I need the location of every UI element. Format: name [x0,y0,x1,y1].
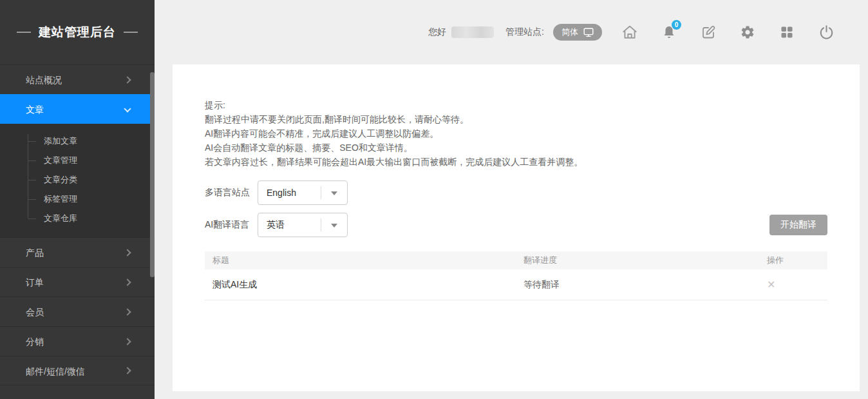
power-icon [818,24,835,41]
row-title: 测试AI生成 [205,279,524,291]
submenu-item-label: 文章分类 [44,175,77,184]
sidebar-item-email-sms-wechat[interactable]: 邮件/短信/微信 [0,356,155,385]
translation-table: 标题 翻译进度 操作 测试AI生成 等待翻译 ✕ [205,251,827,300]
tips-block: 提示: 翻译过程中请不要关闭此页面,翻译时间可能比较长，请耐心等待。 AI翻译内… [205,98,827,169]
select-divider [321,219,321,231]
chevron-right-icon [124,76,131,83]
site-language-label: 简体 [561,26,578,38]
chevron-right-icon [124,308,131,315]
brand-dash-left [17,32,31,33]
tips-line: 翻译过程中请不要关闭此页面,翻译时间可能比较长，请耐心等待。 [205,112,827,126]
multilingual-site-label: 多语言站点 [205,187,258,199]
submenu-item-label: 标签管理 [44,194,77,204]
sidebar-item-label: 会员 [26,307,44,317]
apps-button[interactable] [778,24,795,41]
sidebar-item-label: 订单 [26,277,44,287]
header-icon-group: 0 [621,24,835,41]
submenu-item-article-management[interactable]: 文章管理 [0,151,155,170]
sidebar-item-label: 文章 [26,104,44,115]
ai-language-value: 英语 [267,219,285,231]
ai-language-label: AI翻译语言 [205,219,258,231]
select-divider [321,186,321,199]
caret-down-icon [331,224,337,228]
chevron-right-icon [124,338,131,345]
brand-dash-right [124,32,138,33]
caret-down-icon [331,191,337,195]
edit-button[interactable] [700,24,717,41]
logout-button[interactable] [818,24,835,41]
sidebar-item-site-overview[interactable]: 站点概况 [0,64,155,94]
submenu-item-article-categories[interactable]: 文章分类 [0,170,155,190]
sidebar-item-articles[interactable]: 文章 [0,94,155,124]
delete-x-icon[interactable]: ✕ [767,279,775,290]
tips-heading: 提示: [205,98,827,112]
tips-line: AI会自动翻译文章的标题、摘要、SEO和文章详情。 [205,141,827,155]
submenu-item-label: 文章管理 [44,155,77,165]
articles-submenu: 添加文章 文章管理 文章分类 标签管理 文章仓库 [0,124,155,237]
ai-language-select[interactable]: 英语 [258,213,348,237]
ai-language-row: AI翻译语言 英语 [205,213,827,237]
row-progress: 等待翻译 [524,279,762,291]
tips-line: 若文章内容过长，翻译结果可能会超出AI最大输出窗口而被截断，完成后建议人工查看并… [205,155,827,169]
submenu-item-tag-management[interactable]: 标签管理 [0,190,155,209]
multilingual-site-select[interactable]: English [258,180,348,205]
sidebar-item-members[interactable]: 会员 [0,297,155,326]
start-translation-button[interactable]: 开始翻译 [769,215,827,235]
manage-site-label: 管理站点: [505,26,544,38]
app-title: 建站管理后台 [39,24,116,41]
submenu-item-label: 添加文章 [44,136,77,146]
sidebar-scrollbar-thumb[interactable] [150,72,155,277]
sidebar-item-distribution[interactable]: 分销 [0,326,155,356]
sidebar: 建站管理后台 站点概况 文章 添加文章 文章管理 文章分类 [0,0,155,399]
table-header-progress: 翻译进度 [524,255,762,266]
submenu-item-label: 文章仓库 [44,213,77,223]
sidebar-item-label: 站点概况 [26,75,62,85]
apps-grid-icon [779,24,795,40]
top-header: 您好 管理站点: 简体 0 [155,0,868,64]
sidebar-item-label: 产品 [26,248,44,258]
edit-icon [701,24,716,40]
chevron-down-icon [124,105,131,112]
chevron-right-icon [124,367,131,374]
notification-badge: 0 [672,20,681,30]
chevron-right-icon [124,278,131,286]
home-button[interactable] [621,24,638,41]
submenu-item-add-article[interactable]: 添加文章 [0,131,155,151]
sidebar-item-orders[interactable]: 订单 [0,267,155,297]
notifications-button[interactable]: 0 [661,24,677,41]
table-header-action: 操作 [762,255,827,266]
site-language-badge[interactable]: 简体 [553,24,602,41]
home-icon [621,24,638,41]
sidebar-menu: 站点概况 文章 添加文章 文章管理 文章分类 标签管理 [0,64,155,385]
table-row: 测试AI生成 等待翻译 ✕ [205,269,827,300]
tips-line: AI翻译内容可能会不精准，完成后建议人工调整以防偏差。 [205,126,827,141]
greeting-text: 您好 [428,26,446,38]
submenu-item-article-repository[interactable]: 文章仓库 [0,209,155,228]
gear-icon [740,24,755,40]
row-action-cell: ✕ [762,280,827,290]
sidebar-item-products[interactable]: 产品 [0,237,155,267]
app-logo: 建站管理后台 [0,0,155,64]
table-header-title: 标题 [205,255,524,266]
sidebar-submenu-wrap: 添加文章 文章管理 文章分类 标签管理 文章仓库 [0,124,155,237]
sidebar-item-label: 分销 [26,336,44,347]
sidebar-item-label: 邮件/短信/微信 [26,366,85,376]
content-card: 提示: 翻译过程中请不要关闭此页面,翻译时间可能比较长，请耐心等待。 AI翻译内… [173,64,860,391]
settings-button[interactable] [739,24,756,41]
multilingual-site-value: English [267,188,296,198]
multilingual-site-row: 多语言站点 English [205,180,827,205]
table-header-row: 标题 翻译进度 操作 [205,251,827,269]
chevron-right-icon [124,249,131,256]
username-redacted [451,26,494,38]
monitor-icon [583,28,594,37]
